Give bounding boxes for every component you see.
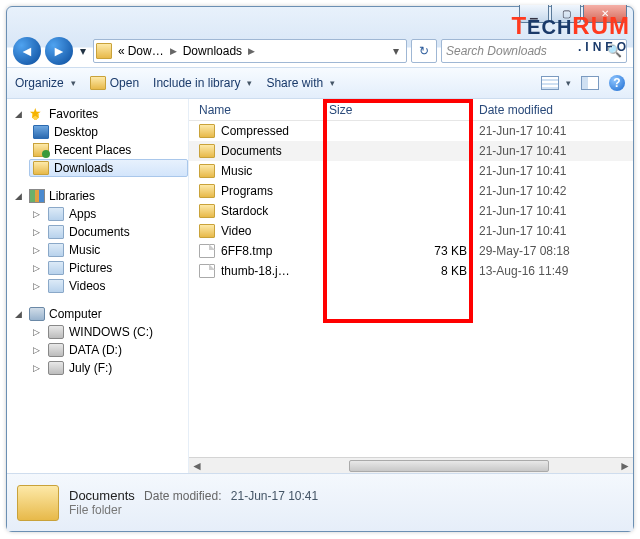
column-name[interactable]: Name <box>199 103 329 117</box>
sidebar-item-desktop[interactable]: Desktop <box>29 123 188 141</box>
pane-icon <box>581 76 599 90</box>
sidebar-item-label: DATA (D:) <box>69 343 122 357</box>
sidebar-item-drive[interactable]: ▷WINDOWS (C:) <box>29 323 188 341</box>
back-button[interactable]: ◄ <box>13 37 41 65</box>
collapse-icon: ◢ <box>15 309 25 319</box>
folder-icon <box>199 144 215 158</box>
file-list: Name Size Date modified Compressed21-Jun… <box>189 99 633 473</box>
file-row[interactable]: Compressed21-Jun-17 10:41 <box>189 121 633 141</box>
selected-item-info: Documents Date modified: 21-Jun-17 10:41… <box>69 488 318 517</box>
sidebar-item-drive[interactable]: ▷DATA (D:) <box>29 341 188 359</box>
file-row[interactable]: Stardock21-Jun-17 10:41 <box>189 201 633 221</box>
open-button[interactable]: Open <box>90 76 139 90</box>
sidebar-item-label: WINDOWS (C:) <box>69 325 153 339</box>
sidebar-item-label: Apps <box>69 207 96 221</box>
column-size[interactable]: Size <box>329 103 479 117</box>
expand-icon: ▷ <box>33 327 43 337</box>
meta-label: Date modified: <box>144 489 221 503</box>
breadcrumb-prev[interactable]: « Dow… <box>114 44 168 58</box>
favorites-label: Favorites <box>49 107 98 121</box>
sidebar-item-drive[interactable]: ▷July (F:) <box>29 359 188 377</box>
file-name: Video <box>221 224 329 238</box>
computer-group: ◢Computer ▷WINDOWS (C:)▷DATA (D:)▷July (… <box>7 305 188 377</box>
sidebar-item-label: Downloads <box>54 161 113 175</box>
close-button[interactable]: ✕ <box>583 5 627 23</box>
file-date: 21-Jun-17 10:41 <box>479 204 633 218</box>
scroll-thumb[interactable] <box>349 460 549 472</box>
file-name: Stardock <box>221 204 329 218</box>
include-library-menu[interactable]: Include in library <box>153 76 252 90</box>
desktop-icon <box>33 125 49 139</box>
sidebar-item-pictures[interactable]: ▷Pictures <box>29 259 188 277</box>
file-row[interactable]: 6FF8.tmp73 KB29-May-17 08:18 <box>189 241 633 261</box>
navigation-pane: ◢Favorites DesktopRecent PlacesDownloads… <box>7 99 189 473</box>
preview-pane-button[interactable] <box>581 76 599 90</box>
favorites-header[interactable]: ◢Favorites <box>7 105 188 123</box>
file-row[interactable]: Programs21-Jun-17 10:42 <box>189 181 633 201</box>
file-row[interactable]: Video21-Jun-17 10:41 <box>189 221 633 241</box>
folder-icon <box>96 43 112 59</box>
help-button[interactable]: ? <box>609 75 625 91</box>
forward-button[interactable]: ► <box>45 37 73 65</box>
sidebar-item-label: Videos <box>69 279 105 293</box>
file-name: Programs <box>221 184 329 198</box>
view-menu[interactable] <box>541 76 571 90</box>
folder-icon <box>199 224 215 238</box>
folder-icon <box>199 124 215 138</box>
chevron-right-icon[interactable]: ▶ <box>170 46 177 56</box>
computer-label: Computer <box>49 307 102 321</box>
file-size: 8 KB <box>329 264 479 278</box>
scroll-left-icon[interactable]: ◄ <box>189 459 205 473</box>
chevron-right-icon[interactable]: ▶ <box>248 46 255 56</box>
share-with-menu[interactable]: Share with <box>266 76 335 90</box>
expand-icon: ▷ <box>33 209 43 219</box>
folder-icon <box>199 204 215 218</box>
file-row[interactable]: thumb-18.j…8 KB13-Aug-16 11:49 <box>189 261 633 281</box>
star-icon <box>29 107 45 121</box>
titlebar: ▁ ▢ ✕ <box>7 7 633 35</box>
address-dropdown[interactable]: ▾ <box>388 44 404 58</box>
address-bar[interactable]: « Dow… ▶ Downloads ▶ ▾ <box>93 39 407 63</box>
libraries-icon <box>29 189 45 203</box>
refresh-button[interactable]: ↻ <box>411 39 437 63</box>
search-input[interactable]: Search Downloads 🔍 <box>441 39 627 63</box>
expand-icon: ▷ <box>33 245 43 255</box>
collapse-icon: ◢ <box>15 191 25 201</box>
selected-item-type: File folder <box>69 503 318 517</box>
open-label: Open <box>110 76 139 90</box>
minimize-button[interactable]: ▁ <box>519 5 549 23</box>
drive-icon <box>48 325 64 339</box>
explorer-window: ▁ ▢ ✕ ◄ ► ▾ « Dow… ▶ Downloads ▶ ▾ ↻ Sea… <box>6 6 634 532</box>
file-icon <box>199 244 215 258</box>
maximize-button[interactable]: ▢ <box>551 5 581 23</box>
file-icon <box>199 264 215 278</box>
favorites-group: ◢Favorites DesktopRecent PlacesDownloads <box>7 105 188 177</box>
sidebar-item-apps[interactable]: ▷Apps <box>29 205 188 223</box>
folder-icon <box>199 184 215 198</box>
sidebar-item-downloads[interactable]: Downloads <box>29 159 188 177</box>
command-toolbar: Organize Open Include in library Share w… <box>7 67 633 99</box>
folder-icon <box>199 164 215 178</box>
sidebar-item-label: July (F:) <box>69 361 112 375</box>
sidebar-item-documents[interactable]: ▷Documents <box>29 223 188 241</box>
selected-item-name: Documents <box>69 488 135 503</box>
libraries-header[interactable]: ◢Libraries <box>7 187 188 205</box>
computer-header[interactable]: ◢Computer <box>7 305 188 323</box>
sidebar-item-label: Recent Places <box>54 143 131 157</box>
breadcrumb-current[interactable]: Downloads <box>179 44 246 58</box>
meta-value: 21-Jun-17 10:41 <box>231 489 318 503</box>
horizontal-scrollbar[interactable]: ◄ ► <box>189 457 633 473</box>
selected-item-icon <box>17 485 59 521</box>
sidebar-item-music[interactable]: ▷Music <box>29 241 188 259</box>
organize-menu[interactable]: Organize <box>15 76 76 90</box>
file-row[interactable]: Documents21-Jun-17 10:41 <box>189 141 633 161</box>
sidebar-item-recent-places[interactable]: Recent Places <box>29 141 188 159</box>
details-pane: Documents Date modified: 21-Jun-17 10:41… <box>7 473 633 531</box>
sidebar-item-videos[interactable]: ▷Videos <box>29 277 188 295</box>
history-dropdown[interactable]: ▾ <box>77 41 89 61</box>
library-icon <box>48 243 64 257</box>
column-date[interactable]: Date modified <box>479 103 633 117</box>
file-row[interactable]: Music21-Jun-17 10:41 <box>189 161 633 181</box>
file-date: 21-Jun-17 10:42 <box>479 184 633 198</box>
scroll-right-icon[interactable]: ► <box>617 459 633 473</box>
